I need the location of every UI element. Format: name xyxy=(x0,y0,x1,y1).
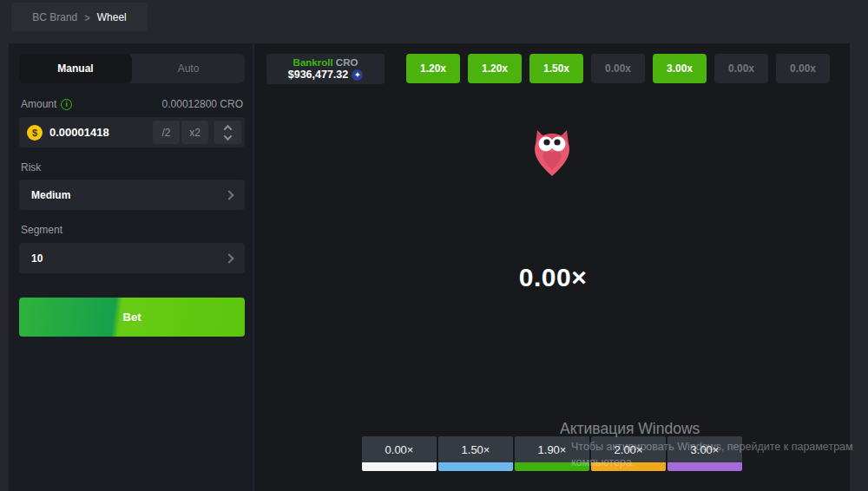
breadcrumb-brand[interactable]: BC Brand xyxy=(32,11,77,23)
multiplier-legend: 0.00× 1.50× 1.90× 2.00× 3.00× xyxy=(362,436,742,471)
segment-label: Segment xyxy=(21,224,62,236)
chevron-right-icon xyxy=(224,253,233,263)
legend-color-bar xyxy=(667,462,742,471)
legend-color-bar xyxy=(362,462,437,471)
history-result-button[interactable]: 1.50x xyxy=(529,54,583,83)
result-history: 1.20x 1.20x 1.50x 0.00x 3.00x 0.00x 0.00… xyxy=(406,54,830,83)
bet-sidebar: Manual Auto Amount i 0.00012800 CRO $ 0.… xyxy=(9,43,254,491)
legend-cell[interactable]: 2.00× xyxy=(591,436,666,471)
legend-color-bar xyxy=(591,462,666,471)
breadcrumb-current: Wheel xyxy=(97,11,127,23)
bankroll-widget[interactable]: Bankroll CRO $936,477.32 ✦ xyxy=(266,54,385,84)
cro-coin-icon: ✦ xyxy=(352,69,363,81)
risk-dropdown[interactable]: Medium xyxy=(19,180,245,210)
amount-stepper[interactable] xyxy=(214,121,241,144)
owl-mascot-icon xyxy=(532,130,572,177)
segment-value: 10 xyxy=(31,252,43,265)
legend-cell[interactable]: 3.00× xyxy=(667,436,742,471)
amount-input-group: $ 0.00001418 /2 x2 xyxy=(19,117,245,147)
history-result-button[interactable]: 0.00x xyxy=(591,54,645,83)
mode-tabs: Manual Auto xyxy=(19,54,245,83)
chevron-right-icon xyxy=(224,190,233,200)
history-result-button[interactable]: 3.00x xyxy=(653,54,707,83)
half-amount-button[interactable]: /2 xyxy=(153,121,180,144)
tab-manual[interactable]: Manual xyxy=(19,54,132,83)
info-icon[interactable]: i xyxy=(61,99,72,110)
legend-cell[interactable]: 1.90× xyxy=(515,436,589,471)
legend-cell[interactable]: 1.50× xyxy=(438,436,513,471)
wallet-balance: 0.00012800 CRO xyxy=(162,98,243,110)
legend-color-bar xyxy=(438,462,513,471)
risk-value: Medium xyxy=(31,189,70,201)
history-result-button[interactable]: 0.00x xyxy=(714,54,768,83)
risk-label: Risk xyxy=(21,161,41,173)
amount-label: Amount i xyxy=(21,98,72,110)
bankroll-amount: $936,477.32 ✦ xyxy=(288,69,364,82)
bankroll-title: Bankroll CRO xyxy=(293,56,358,69)
tab-auto[interactable]: Auto xyxy=(132,54,245,83)
chevron-down-icon[interactable] xyxy=(224,132,233,141)
history-result-button[interactable]: 1.20x xyxy=(468,54,522,83)
breadcrumb: BC Brand > Wheel xyxy=(11,3,148,31)
legend-cell[interactable]: 0.00× xyxy=(362,436,437,471)
amount-input[interactable]: 0.00001418 xyxy=(49,126,151,139)
bet-button[interactable]: Bet xyxy=(19,298,245,337)
coin-icon: $ xyxy=(27,125,43,141)
double-amount-button[interactable]: x2 xyxy=(181,121,208,144)
history-result-button[interactable]: 1.20x xyxy=(406,54,460,83)
breadcrumb-separator-icon: > xyxy=(84,10,89,23)
history-result-button[interactable]: 0.00x xyxy=(776,54,830,83)
main-panel: Manual Auto Amount i 0.00012800 CRO $ 0.… xyxy=(9,43,850,491)
current-multiplier: 0.00× xyxy=(256,263,850,292)
legend-color-bar xyxy=(515,462,589,471)
segment-dropdown[interactable]: 10 xyxy=(19,243,245,273)
